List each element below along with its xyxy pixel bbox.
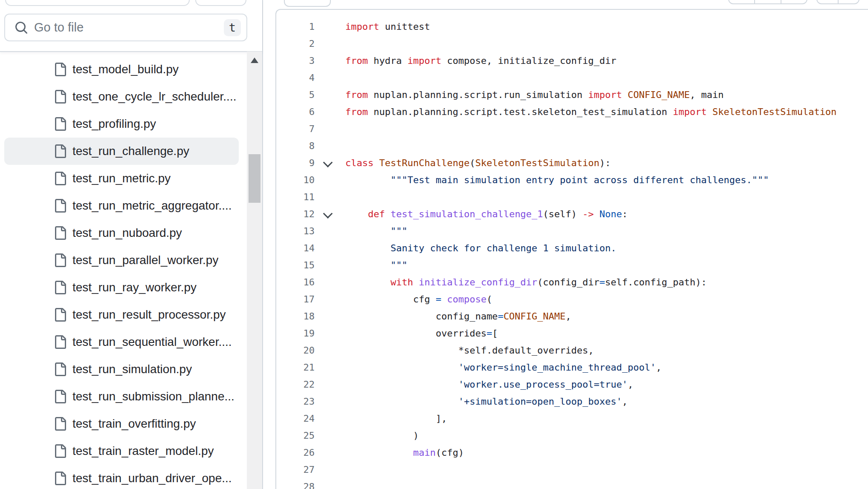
file-list-item[interactable]: test_run_result_processor.py xyxy=(4,301,239,328)
edit-button-partial[interactable] xyxy=(817,0,839,3)
line-number[interactable]: 7 xyxy=(276,121,315,138)
line-number[interactable]: 6 xyxy=(276,104,315,121)
branch-selector-partial[interactable] xyxy=(5,0,190,6)
github-code-view: { "sidebar": { "search": { "placeholder"… xyxy=(0,0,868,489)
code-line: 5from nuplan.planning.script.run_simulat… xyxy=(276,86,868,104)
file-list-item[interactable]: test_run_simulation.py xyxy=(4,356,239,383)
line-number[interactable]: 26 xyxy=(276,444,315,461)
more-options-button-partial[interactable] xyxy=(839,0,859,3)
file-icon xyxy=(53,362,67,376)
file-name: test_run_challenge.py xyxy=(72,144,189,158)
code-text: overrides=[ xyxy=(345,325,498,342)
line-number[interactable]: 16 xyxy=(276,274,315,291)
code-text: """Test main simulation entry point acro… xyxy=(345,172,769,189)
file-name: test_profiling.py xyxy=(72,117,156,131)
search-shortcut-badge: t xyxy=(224,19,241,36)
file-list-item[interactable]: test_train_urban_driver_ope... xyxy=(4,465,239,489)
code-text: config_name=CONFIG_NAME, xyxy=(345,308,571,325)
line-number[interactable]: 12 xyxy=(276,206,315,223)
file-list-item[interactable]: test_train_overfitting.py xyxy=(4,410,239,437)
fold-chevron-icon[interactable] xyxy=(318,206,338,223)
raw-button-partial[interactable] xyxy=(729,0,755,3)
go-to-file-search[interactable]: Go to file t xyxy=(4,14,247,41)
line-number[interactable]: 22 xyxy=(276,376,315,393)
line-number[interactable]: 2 xyxy=(276,35,315,52)
file-icon xyxy=(53,308,67,322)
line-number[interactable]: 23 xyxy=(276,393,315,410)
file-list-item[interactable]: test_run_metric_aggregator.... xyxy=(4,192,239,219)
code-line: 26 main(cfg) xyxy=(276,444,868,461)
download-button-partial[interactable] xyxy=(781,0,807,3)
line-number[interactable]: 15 xyxy=(276,257,315,274)
file-list-item[interactable]: test_one_cycle_lr_scheduler.... xyxy=(4,83,239,110)
file-name: test_run_submission_planne... xyxy=(72,390,234,403)
line-number[interactable]: 17 xyxy=(276,291,315,308)
file-list-item[interactable]: test_model_build.py xyxy=(4,56,239,83)
code-blame-toggle-partial[interactable] xyxy=(284,0,331,7)
code-text: def test_simulation_challenge_1(self) ->… xyxy=(345,206,628,223)
file-content-card: 1import unittest23from hydra import comp… xyxy=(275,9,868,489)
file-icon xyxy=(53,226,67,240)
file-list-item[interactable]: test_run_ray_worker.py xyxy=(4,274,239,301)
line-number[interactable]: 3 xyxy=(276,52,315,69)
line-number[interactable]: 5 xyxy=(276,86,315,104)
line-number[interactable]: 13 xyxy=(276,223,315,240)
file-icon xyxy=(53,281,67,294)
code-line: 15 """ xyxy=(276,257,868,274)
code-text: from nuplan.planning.script.test.skeleto… xyxy=(345,104,836,121)
line-number[interactable]: 20 xyxy=(276,342,315,359)
line-number[interactable]: 10 xyxy=(276,172,315,189)
file-list-item[interactable]: test_train_raster_model.py xyxy=(4,437,239,465)
copy-button-partial[interactable] xyxy=(755,0,781,3)
file-list-item[interactable]: test_run_sequential_worker.... xyxy=(4,328,239,356)
code-line: 1import unittest xyxy=(276,18,868,35)
code-line: 6from nuplan.planning.script.test.skelet… xyxy=(276,104,868,121)
file-name: test_train_urban_driver_ope... xyxy=(72,472,232,485)
chevron-down-icon xyxy=(323,158,333,167)
file-icon xyxy=(53,390,67,403)
code-line: 3from hydra import compose, initialize_c… xyxy=(276,52,868,69)
line-number[interactable]: 8 xyxy=(276,138,315,155)
file-name: test_run_result_processor.py xyxy=(72,308,226,322)
code-line: 17 cfg = compose( xyxy=(276,291,868,308)
line-number[interactable]: 4 xyxy=(276,69,315,86)
line-number[interactable]: 18 xyxy=(276,308,315,325)
sidebar-header-button-partial[interactable] xyxy=(195,0,246,6)
line-number[interactable]: 14 xyxy=(276,240,315,257)
file-list-item[interactable]: test_run_submission_planne... xyxy=(4,383,239,410)
file-list-item[interactable]: test_run_parallel_worker.py xyxy=(4,247,239,274)
line-number[interactable]: 21 xyxy=(276,359,315,376)
line-number[interactable]: 27 xyxy=(276,461,315,478)
line-number[interactable]: 25 xyxy=(276,427,315,444)
fold-chevron-icon[interactable] xyxy=(318,155,338,172)
sidebar-scrollbar-thumb[interactable] xyxy=(249,154,260,203)
edit-more-buttons-partial[interactable] xyxy=(816,0,859,4)
file-list-item[interactable]: test_profiling.py xyxy=(4,110,239,138)
sidebar-scrollbar[interactable] xyxy=(247,52,262,489)
line-number[interactable]: 1 xyxy=(276,18,315,35)
code-text: main(cfg) xyxy=(345,444,464,461)
file-name: test_run_ray_worker.py xyxy=(72,281,197,294)
code-line: 9class TestRunChallenge(SkeletonTestSimu… xyxy=(276,155,868,172)
file-list-item[interactable]: test_run_metric.py xyxy=(4,165,239,192)
file-icon xyxy=(53,444,67,458)
line-number[interactable]: 28 xyxy=(276,478,315,489)
file-tree-sidebar: Go to file t test_model_build.pytest_one… xyxy=(0,0,263,489)
line-number[interactable]: 11 xyxy=(276,189,315,206)
code-line: 22 'worker.use_process_pool=true', xyxy=(276,376,868,393)
code-text: ], xyxy=(345,410,447,427)
line-number[interactable]: 19 xyxy=(276,325,315,342)
search-icon xyxy=(14,21,28,35)
scroll-up-arrow-icon[interactable] xyxy=(251,58,258,63)
code-text: with initialize_config_dir(config_dir=se… xyxy=(345,274,707,291)
file-list-item[interactable]: test_run_nuboard.py xyxy=(4,219,239,247)
file-name: test_run_nuboard.py xyxy=(72,226,182,240)
line-number[interactable]: 24 xyxy=(276,410,315,427)
file-list-item[interactable]: test_run_challenge.py xyxy=(4,138,239,165)
code-text: *self.default_overrides, xyxy=(345,342,594,359)
raw-copy-download-buttons-partial[interactable] xyxy=(728,0,807,4)
line-number[interactable]: 9 xyxy=(276,155,315,172)
file-icon xyxy=(53,117,67,131)
code-lines: 1import unittest23from hydra import comp… xyxy=(276,10,868,489)
code-text: Sanity check for challenge 1 simulation. xyxy=(345,240,616,257)
